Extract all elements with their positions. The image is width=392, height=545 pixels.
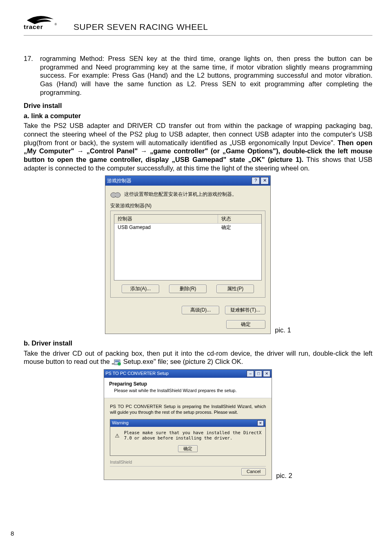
ok-button[interactable]: 确定 <box>226 320 265 329</box>
dialog1-title: 游戏控制器 <box>107 178 131 184</box>
add-button[interactable]: 添加(A)... <box>122 285 159 293</box>
cancel-button[interactable]: Cancel <box>241 468 266 475</box>
svg-text:®: ® <box>55 22 57 26</box>
setup-heading: Preparing Setup <box>109 381 267 387</box>
warning-ok-button[interactable]: 确定 <box>178 445 198 453</box>
minimize-button[interactable]: – <box>247 370 254 377</box>
dialog2-title: PS TO PC CONVERTER Setup <box>105 371 169 377</box>
close-button[interactable]: ✕ <box>261 177 269 184</box>
advanced-button[interactable]: 高级(D)... <box>182 306 219 314</box>
properties-button[interactable]: 属性(P) <box>216 285 254 293</box>
page-number: 8 <box>11 530 14 537</box>
pic2-caption: pic. 2 <box>276 471 292 480</box>
controller-list[interactable]: 控制器 状态 USB Gamepad 确定 <box>114 214 262 280</box>
setup-progress-text: PS TO PC CONVERTER Setup is preparing th… <box>104 398 272 418</box>
svg-text:tracer: tracer <box>24 23 43 30</box>
svg-point-7 <box>118 362 121 366</box>
col-status: 状态 <box>218 215 261 223</box>
warning-text: Please make sure that you have installed… <box>124 430 262 441</box>
item-17-text: rogramming Method: Press SEN key at the … <box>40 54 372 96</box>
setup-dialog: PS TO PC CONVERTER Setup – □ ✕ Preparing… <box>104 369 272 480</box>
game-controller-dialog: 游戏控制器 ? ✕ 这些设置帮助您配置安装在计算机上的游戏控制器。 <box>105 175 271 334</box>
troubleshoot-button[interactable]: 疑难解答(T)... <box>225 306 265 314</box>
section-b-paragraph: Take the driver CD out of packing box, t… <box>24 349 372 366</box>
setup-exe-icon <box>114 359 121 366</box>
col-controller: 控制器 <box>114 215 218 223</box>
warning-icon: ⚠ <box>114 430 120 440</box>
section-a-label: a. link a computer <box>24 112 372 120</box>
document-title: SUPER SEVEN RACING WHEEL <box>74 22 208 33</box>
dialog1-intro: 这些设置帮助您配置安装在计算机上的游戏控制器。 <box>124 191 237 197</box>
setup-subheading: Please wait while the InstallShield Wiza… <box>114 388 267 394</box>
header-rule <box>24 35 372 36</box>
warning-dialog: Warning ✕ ⚠ Please make sure that you ha… <box>110 419 266 456</box>
svg-rect-6 <box>115 361 119 362</box>
svg-rect-4 <box>114 193 118 196</box>
pic1-caption: pic. 1 <box>275 326 291 334</box>
drive-install-heading: Drive install <box>24 101 372 110</box>
help-button[interactable]: ? <box>252 177 260 184</box>
warning-close-button[interactable]: ✕ <box>257 420 264 426</box>
maximize-button[interactable]: □ <box>255 370 262 377</box>
section-a-paragraph: Take the PS2 USB adapter and DRIVER CD t… <box>24 121 372 172</box>
warning-title: Warning <box>112 420 129 426</box>
close-button[interactable]: ✕ <box>263 370 270 377</box>
section-b-label: b. Driver install <box>24 339 372 348</box>
gamepad-icon <box>110 190 121 199</box>
installed-controllers-label: 安装游戏控制器(N) <box>110 203 265 209</box>
remove-button[interactable]: 删除(R) <box>169 285 207 293</box>
installshield-label: InstallShield <box>104 459 272 466</box>
list-item[interactable]: USB Gamepad 确定 <box>114 224 261 231</box>
item-17-number: 17. <box>24 54 36 96</box>
tracer-logo: tracer ® <box>24 13 68 33</box>
